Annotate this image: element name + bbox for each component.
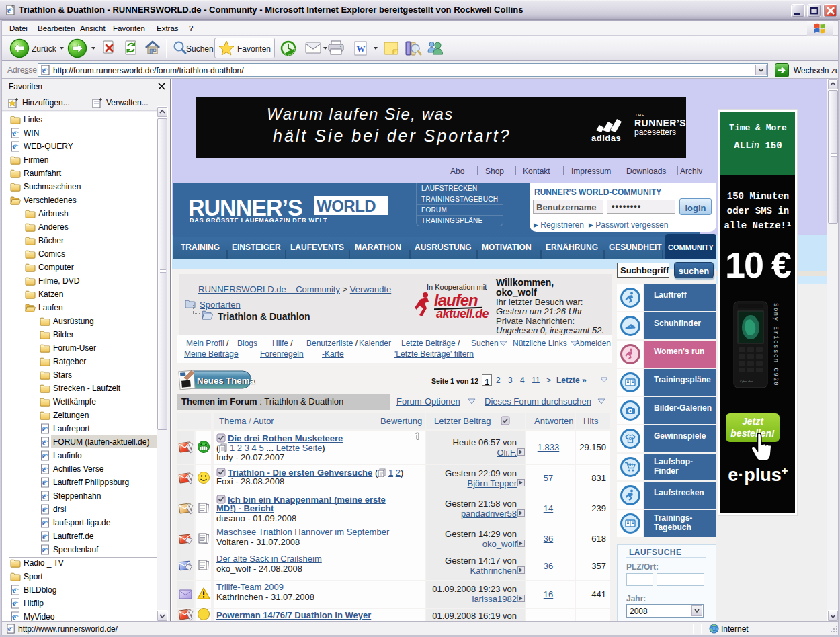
svg-text:e: e [8, 625, 11, 632]
svg-text:W: W [357, 44, 366, 54]
svg-text:adidas: adidas [591, 133, 621, 142]
svg-text:Neues Thema: Neues Thema [197, 376, 255, 386]
svg-text:Cyber-shot: Cyber-shot [740, 380, 753, 383]
